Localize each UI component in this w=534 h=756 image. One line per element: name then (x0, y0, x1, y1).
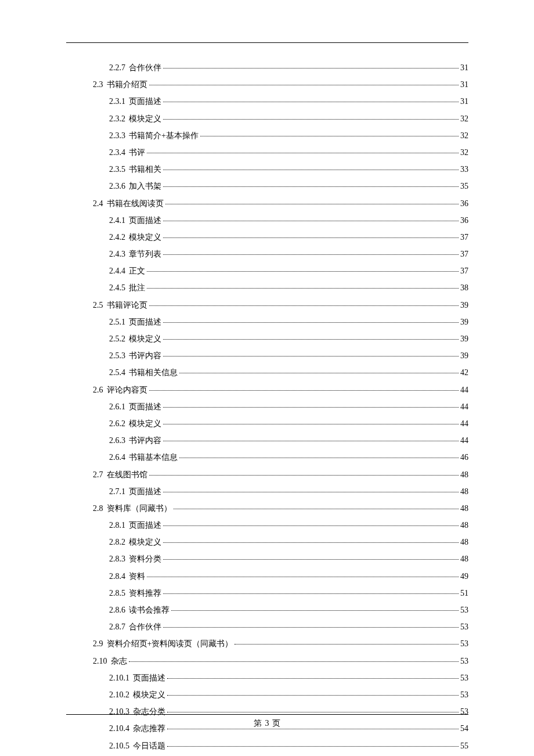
toc-entry[interactable]: 2.4书籍在线阅读页36 (66, 199, 468, 209)
toc-entry[interactable]: 2.3书籍介绍页31 (66, 80, 468, 90)
toc-page: 53 (460, 622, 468, 632)
toc-title: 页面描述 (129, 215, 161, 226)
toc-page: 44 (460, 402, 468, 412)
toc-leader-dots (163, 593, 459, 594)
toc-leader-dots (163, 170, 459, 170)
toc-number: 2.5 (93, 301, 103, 310)
toc-title: 在线图书馆 (107, 470, 147, 480)
toc-leader-dots (163, 542, 459, 543)
toc-number: 2.10 (93, 657, 107, 666)
toc-entry[interactable]: 2.9资料介绍页+资料阅读页（同藏书）53 (66, 639, 468, 649)
toc-entry[interactable]: 2.4.2模块定义37 (66, 232, 468, 243)
toc-title: 页面描述 (129, 317, 161, 327)
toc-entry[interactable]: 2.8.7合作伙伴53 (66, 622, 468, 632)
toc-entry[interactable]: 2.8.6读书会推荐53 (66, 605, 468, 615)
toc-entry[interactable]: 2.10.2模块定义53 (66, 690, 468, 700)
toc-page: 39 (460, 318, 468, 327)
toc-page: 48 (460, 538, 468, 547)
toc-page: 48 (460, 521, 468, 530)
toc-leader-dots (163, 339, 459, 340)
toc-entry[interactable]: 2.5.4书籍相关信息42 (66, 368, 468, 378)
toc-title: 页面描述 (133, 673, 165, 683)
toc-entry[interactable]: 2.4.3章节列表37 (66, 249, 468, 260)
toc-entry[interactable]: 2.3.3书籍简介+基本操作32 (66, 131, 468, 141)
toc-leader-dots (163, 559, 459, 560)
toc-page: 37 (460, 233, 468, 242)
toc-number: 2.6.4 (109, 453, 125, 462)
toc-number: 2.8.5 (109, 589, 125, 598)
toc-number: 2.3.2 (109, 114, 125, 124)
toc-entry[interactable]: 2.4.4正文37 (66, 266, 468, 276)
toc-entry[interactable]: 2.8.3资料分类48 (66, 554, 468, 564)
toc-entry[interactable]: 2.5.2模块定义39 (66, 334, 468, 344)
toc-entry[interactable]: 2.8.2模块定义48 (66, 537, 468, 548)
toc-entry[interactable]: 2.3.5书籍相关33 (66, 164, 468, 175)
toc-leader-dots (149, 390, 459, 391)
toc-title: 书评内容 (129, 435, 161, 446)
toc-entry[interactable]: 2.3.1页面描述31 (66, 96, 468, 107)
toc-page: 32 (460, 148, 468, 157)
toc-entry[interactable]: 2.7在线图书馆48 (66, 470, 468, 480)
toc-entry[interactable]: 2.10.5今日话题55 (66, 741, 468, 751)
toc-title: 资料推荐 (129, 588, 161, 599)
toc-leader-dots (149, 85, 459, 85)
document-page: 2.2.7合作伙伴312.3书籍介绍页312.3.1页面描述312.3.2模块定… (66, 42, 468, 714)
toc-entry[interactable]: 2.6.2模块定义44 (66, 419, 468, 429)
toc-number: 2.8.1 (109, 521, 125, 530)
toc-page: 44 (460, 386, 468, 395)
toc-leader-dots (163, 525, 459, 526)
toc-page: 44 (460, 419, 468, 429)
toc-leader-dots (147, 577, 459, 577)
toc-entry[interactable]: 2.8.5资料推荐51 (66, 588, 468, 599)
toc-page: 33 (460, 165, 468, 174)
toc-page: 32 (460, 114, 468, 124)
toc-entry[interactable]: 2.10.1页面描述53 (66, 673, 468, 683)
toc-number: 2.4.3 (109, 250, 125, 259)
toc-entry[interactable]: 2.3.4书评32 (66, 147, 468, 158)
toc-title: 资料库（同藏书） (107, 503, 172, 514)
toc-title: 页面描述 (129, 520, 161, 531)
toc-entry[interactable]: 2.10杂志53 (66, 656, 468, 667)
toc-leader-dots (147, 271, 459, 272)
toc-entry[interactable]: 2.8.4资料49 (66, 571, 468, 582)
toc-leader-dots (163, 407, 459, 408)
toc-title: 书评 (129, 147, 145, 158)
toc-entry[interactable]: 2.4.5批注38 (66, 283, 468, 293)
toc-entry[interactable]: 2.6.3书评内容44 (66, 435, 468, 446)
toc-entry[interactable]: 2.6评论内容页44 (66, 385, 468, 395)
toc-page: 37 (460, 267, 468, 276)
toc-number: 2.3.5 (109, 165, 125, 174)
toc-number: 2.8.3 (109, 555, 125, 564)
toc-entry[interactable]: 2.6.1页面描述44 (66, 402, 468, 412)
toc-number: 2.10.1 (109, 674, 129, 683)
toc-leader-dots (163, 119, 459, 120)
toc-title: 页面描述 (129, 402, 161, 412)
toc-entry[interactable]: 2.4.1页面描述36 (66, 215, 468, 226)
toc-entry[interactable]: 2.5.3书评内容39 (66, 351, 468, 361)
toc-title: 书评内容 (129, 351, 161, 361)
toc-title: 页面描述 (129, 96, 161, 107)
toc-title: 书籍相关 (129, 164, 161, 175)
toc-number: 2.8.2 (109, 538, 125, 547)
toc-entry[interactable]: 2.2.7合作伙伴31 (66, 63, 468, 73)
toc-title: 评论内容页 (107, 385, 147, 395)
toc-entry[interactable]: 2.6.4书籍基本信息46 (66, 452, 468, 463)
toc-leader-dots (200, 136, 459, 136)
toc-page: 36 (460, 199, 468, 208)
toc-entry[interactable]: 2.5书籍评论页39 (66, 300, 468, 311)
toc-number: 2.8.6 (109, 606, 125, 615)
toc-leader-dots (165, 204, 459, 204)
toc-leader-dots (129, 661, 459, 662)
toc-page: 53 (460, 639, 468, 649)
toc-entry[interactable]: 2.7.1页面描述48 (66, 487, 468, 497)
toc-entry[interactable]: 2.3.2模块定义32 (66, 114, 468, 124)
toc-entry[interactable]: 2.3.6加入书架35 (66, 181, 468, 192)
toc-number: 2.4.4 (109, 267, 125, 276)
toc-entry[interactable]: 2.5.1页面描述39 (66, 317, 468, 327)
toc-page: 31 (460, 80, 468, 89)
toc-number: 2.8.4 (109, 572, 125, 581)
toc-page: 48 (460, 487, 468, 496)
toc-page: 31 (460, 63, 468, 73)
toc-entry[interactable]: 2.8资料库（同藏书）48 (66, 503, 468, 514)
toc-entry[interactable]: 2.8.1页面描述48 (66, 520, 468, 531)
